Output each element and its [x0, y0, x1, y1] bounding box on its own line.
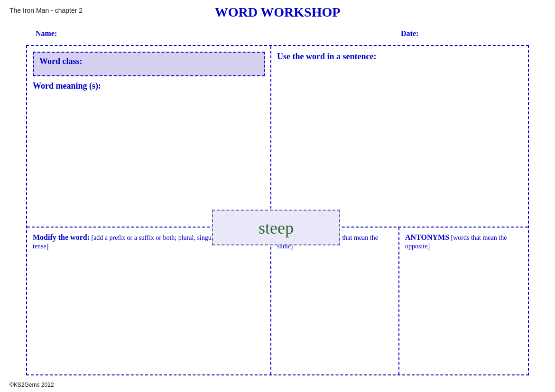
top-left-section: Word class: Word meaning (s): [27, 46, 271, 228]
date-label: Date: [401, 29, 418, 38]
synonyms-section: SYNONYMS [words that mean the same] [271, 228, 399, 374]
word-class-box[interactable]: Word class: [33, 52, 265, 76]
page-title: WORD WORKSHOP [0, 5, 555, 20]
antonyms-section: ANTONYMS [words that mean the opposite] [399, 228, 528, 374]
antonyms-label-bold: ANTONYMS [405, 233, 449, 241]
top-right-section: Use the word in a sentence: [271, 46, 528, 228]
use-sentence-label: Use the word in a sentence: [277, 52, 522, 62]
modify-label-bold: Modify the word: [33, 233, 90, 241]
center-word-box: steep [212, 210, 340, 246]
name-label: Name: [36, 29, 57, 38]
word-class-label: Word class: [39, 56, 83, 66]
modify-section: Modify the word: [add a prefix or a suff… [27, 228, 271, 374]
bottom-row: Modify the word: [add a prefix or a suff… [27, 228, 528, 374]
copyright: ©KS2Gems 2022 [9, 382, 54, 388]
main-container: Word class: Word meaning (s): Use the wo… [26, 45, 529, 375]
word-meaning-label: Word meaning (s): [33, 81, 265, 91]
center-word: steep [259, 218, 294, 237]
